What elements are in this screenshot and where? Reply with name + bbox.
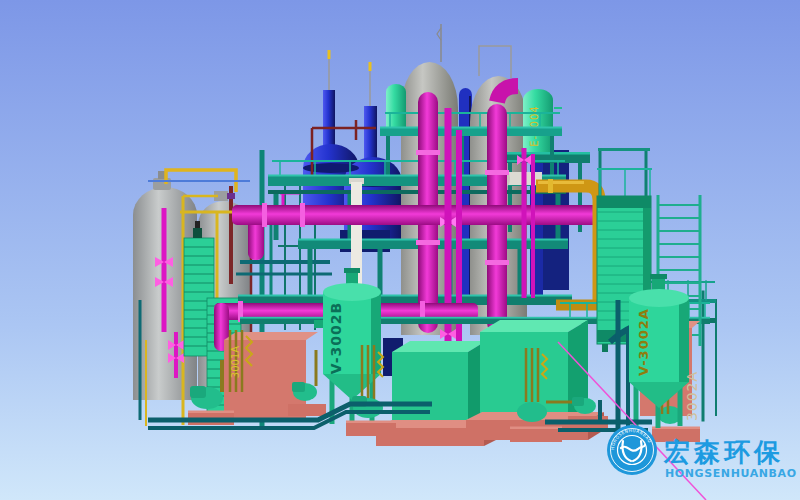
line-left-label: 3001A [230, 346, 241, 378]
cad-3d-plant-render: E-3004 [0, 0, 800, 500]
top-exchanger-label: E-3004 [529, 105, 540, 146]
vessel-a-label: V-3002A [636, 308, 651, 376]
mint-cylinder-small [386, 84, 406, 128]
plant-model-scene: E-3004 [0, 0, 800, 500]
vessel-a-side-label: 3002A [684, 371, 700, 421]
brand-name-cn: 宏森环保 [663, 437, 784, 467]
brand-name-en: HONGSENHUANBAO [665, 467, 797, 480]
vessel-b-label: V-3002B [328, 302, 344, 374]
